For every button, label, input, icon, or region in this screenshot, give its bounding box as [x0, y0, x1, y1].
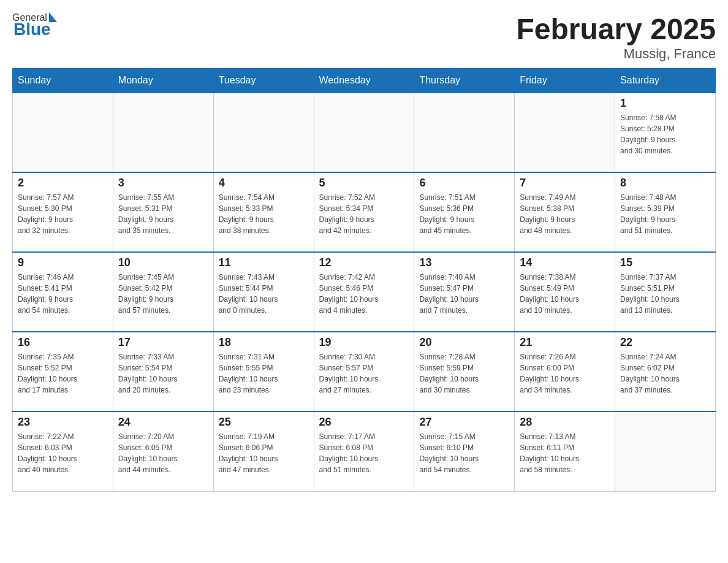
day-number: 2	[18, 177, 108, 190]
day-number: 28	[520, 416, 610, 429]
calendar-day: 11Sunrise: 7:43 AM Sunset: 5:44 PM Dayli…	[213, 252, 314, 332]
logo: General Blue	[12, 12, 57, 39]
day-number: 6	[419, 177, 509, 190]
day-info: Sunrise: 7:35 AM Sunset: 5:52 PM Dayligh…	[18, 351, 108, 396]
day-info: Sunrise: 7:15 AM Sunset: 6:10 PM Dayligh…	[419, 431, 509, 475]
day-info: Sunrise: 7:33 AM Sunset: 5:54 PM Dayligh…	[118, 351, 208, 396]
calendar-header-tuesday: Tuesday	[213, 69, 314, 93]
calendar-day: 15Sunrise: 7:37 AM Sunset: 5:51 PM Dayli…	[615, 252, 716, 332]
day-info: Sunrise: 7:58 AM Sunset: 5:28 PM Dayligh…	[620, 112, 710, 156]
calendar-day: 21Sunrise: 7:26 AM Sunset: 6:00 PM Dayli…	[515, 332, 615, 412]
calendar-day	[213, 93, 314, 172]
day-number: 5	[319, 177, 409, 190]
day-info: Sunrise: 7:40 AM Sunset: 5:47 PM Dayligh…	[419, 272, 509, 316]
day-info: Sunrise: 7:45 AM Sunset: 5:42 PM Dayligh…	[118, 272, 208, 316]
calendar-day: 6Sunrise: 7:51 AM Sunset: 5:36 PM Daylig…	[414, 172, 515, 252]
calendar-day	[414, 93, 515, 172]
title-block: February 2025 Mussig, France	[516, 12, 716, 62]
calendar-header-saturday: Saturday	[615, 69, 716, 93]
day-number: 19	[319, 336, 409, 349]
page-header: General Blue February 2025 Mussig, Franc…	[12, 12, 716, 62]
day-info: Sunrise: 7:49 AM Sunset: 5:38 PM Dayligh…	[520, 192, 610, 236]
day-number: 11	[219, 256, 309, 269]
calendar-day: 5Sunrise: 7:52 AM Sunset: 5:34 PM Daylig…	[314, 172, 414, 252]
calendar-header-row: SundayMondayTuesdayWednesdayThursdayFrid…	[13, 69, 716, 93]
day-info: Sunrise: 7:20 AM Sunset: 6:05 PM Dayligh…	[118, 431, 208, 475]
day-number: 23	[18, 416, 108, 429]
day-number: 10	[118, 256, 208, 269]
calendar-day	[113, 93, 213, 172]
calendar-header-monday: Monday	[113, 69, 213, 93]
day-number: 8	[620, 177, 710, 190]
day-number: 3	[118, 177, 208, 190]
calendar-day	[515, 93, 615, 172]
day-number: 20	[419, 336, 509, 349]
day-number: 18	[219, 336, 309, 349]
day-number: 27	[419, 416, 509, 429]
day-info: Sunrise: 7:46 AM Sunset: 5:41 PM Dayligh…	[18, 272, 108, 316]
day-info: Sunrise: 7:31 AM Sunset: 5:55 PM Dayligh…	[219, 351, 309, 396]
calendar-day: 10Sunrise: 7:45 AM Sunset: 5:42 PM Dayli…	[113, 252, 213, 332]
day-info: Sunrise: 7:24 AM Sunset: 6:02 PM Dayligh…	[620, 351, 710, 396]
day-info: Sunrise: 7:43 AM Sunset: 5:44 PM Dayligh…	[219, 272, 309, 316]
day-info: Sunrise: 7:26 AM Sunset: 6:00 PM Dayligh…	[520, 351, 610, 396]
calendar-day: 12Sunrise: 7:42 AM Sunset: 5:46 PM Dayli…	[314, 252, 414, 332]
logo-blue-text: Blue	[13, 20, 51, 39]
calendar-day	[13, 93, 113, 172]
calendar-day: 27Sunrise: 7:15 AM Sunset: 6:10 PM Dayli…	[414, 412, 515, 491]
calendar-week-3: 9Sunrise: 7:46 AM Sunset: 5:41 PM Daylig…	[13, 252, 716, 332]
calendar-day: 2Sunrise: 7:57 AM Sunset: 5:30 PM Daylig…	[13, 172, 113, 252]
day-number: 24	[118, 416, 208, 429]
day-number: 17	[118, 336, 208, 349]
calendar-week-1: 1Sunrise: 7:58 AM Sunset: 5:28 PM Daylig…	[13, 93, 716, 172]
day-number: 26	[319, 416, 409, 429]
day-info: Sunrise: 7:48 AM Sunset: 5:39 PM Dayligh…	[620, 192, 710, 236]
calendar-header-thursday: Thursday	[414, 69, 515, 93]
day-number: 21	[520, 336, 610, 349]
day-info: Sunrise: 7:55 AM Sunset: 5:31 PM Dayligh…	[118, 192, 208, 236]
calendar-week-2: 2Sunrise: 7:57 AM Sunset: 5:30 PM Daylig…	[13, 172, 716, 252]
day-number: 14	[520, 256, 610, 269]
day-info: Sunrise: 7:38 AM Sunset: 5:49 PM Dayligh…	[520, 272, 610, 316]
day-info: Sunrise: 7:30 AM Sunset: 5:57 PM Dayligh…	[319, 351, 409, 396]
calendar-day	[314, 93, 414, 172]
calendar-day: 23Sunrise: 7:22 AM Sunset: 6:03 PM Dayli…	[13, 412, 113, 491]
calendar-day: 25Sunrise: 7:19 AM Sunset: 6:06 PM Dayli…	[213, 412, 314, 491]
calendar-header-friday: Friday	[515, 69, 615, 93]
day-info: Sunrise: 7:52 AM Sunset: 5:34 PM Dayligh…	[319, 192, 409, 236]
day-info: Sunrise: 7:37 AM Sunset: 5:51 PM Dayligh…	[620, 272, 710, 316]
day-number: 7	[520, 177, 610, 190]
day-number: 12	[319, 256, 409, 269]
day-info: Sunrise: 7:13 AM Sunset: 6:11 PM Dayligh…	[520, 431, 610, 475]
day-info: Sunrise: 7:42 AM Sunset: 5:46 PM Dayligh…	[319, 272, 409, 316]
day-number: 15	[620, 256, 710, 269]
calendar-day: 14Sunrise: 7:38 AM Sunset: 5:49 PM Dayli…	[515, 252, 615, 332]
calendar-day: 16Sunrise: 7:35 AM Sunset: 5:52 PM Dayli…	[13, 332, 113, 412]
day-info: Sunrise: 7:54 AM Sunset: 5:33 PM Dayligh…	[219, 192, 309, 236]
calendar-header-sunday: Sunday	[13, 69, 113, 93]
day-info: Sunrise: 7:51 AM Sunset: 5:36 PM Dayligh…	[419, 192, 509, 236]
day-info: Sunrise: 7:57 AM Sunset: 5:30 PM Dayligh…	[18, 192, 108, 236]
day-number: 1	[620, 97, 710, 110]
calendar-week-4: 16Sunrise: 7:35 AM Sunset: 5:52 PM Dayli…	[13, 332, 716, 412]
calendar-table: SundayMondayTuesdayWednesdayThursdayFrid…	[12, 68, 716, 492]
day-number: 13	[419, 256, 509, 269]
calendar-day: 22Sunrise: 7:24 AM Sunset: 6:02 PM Dayli…	[615, 332, 716, 412]
calendar-day: 8Sunrise: 7:48 AM Sunset: 5:39 PM Daylig…	[615, 172, 716, 252]
calendar-day: 13Sunrise: 7:40 AM Sunset: 5:47 PM Dayli…	[414, 252, 515, 332]
day-info: Sunrise: 7:28 AM Sunset: 5:59 PM Dayligh…	[419, 351, 509, 396]
calendar-day: 3Sunrise: 7:55 AM Sunset: 5:31 PM Daylig…	[113, 172, 213, 252]
calendar-day: 28Sunrise: 7:13 AM Sunset: 6:11 PM Dayli…	[515, 412, 615, 491]
calendar-day: 17Sunrise: 7:33 AM Sunset: 5:54 PM Dayli…	[113, 332, 213, 412]
day-info: Sunrise: 7:19 AM Sunset: 6:06 PM Dayligh…	[219, 431, 309, 475]
calendar-header-wednesday: Wednesday	[314, 69, 414, 93]
day-info: Sunrise: 7:22 AM Sunset: 6:03 PM Dayligh…	[18, 431, 108, 475]
day-number: 25	[219, 416, 309, 429]
month-title: February 2025	[516, 12, 716, 46]
day-number: 4	[219, 177, 309, 190]
calendar-day: 20Sunrise: 7:28 AM Sunset: 5:59 PM Dayli…	[414, 332, 515, 412]
calendar-day: 1Sunrise: 7:58 AM Sunset: 5:28 PM Daylig…	[615, 93, 716, 172]
calendar-week-5: 23Sunrise: 7:22 AM Sunset: 6:03 PM Dayli…	[13, 412, 716, 491]
calendar-day: 4Sunrise: 7:54 AM Sunset: 5:33 PM Daylig…	[213, 172, 314, 252]
calendar-day	[615, 412, 716, 491]
